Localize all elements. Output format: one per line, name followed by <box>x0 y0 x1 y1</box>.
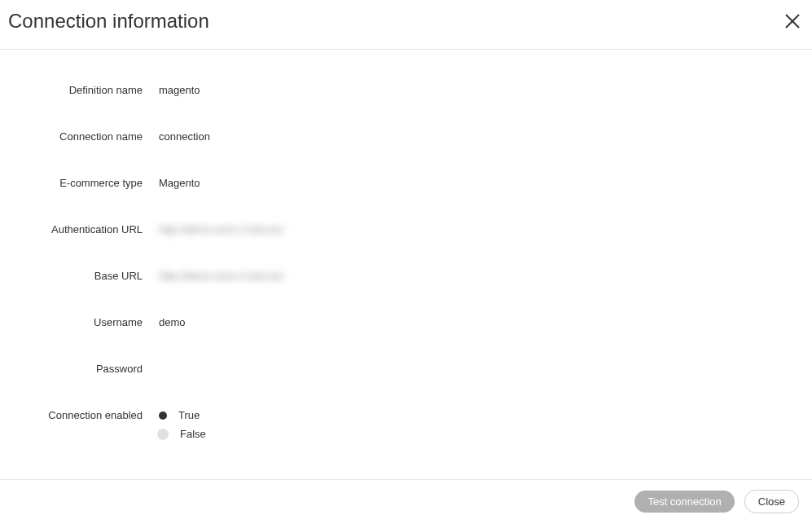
radio-dot-selected-icon <box>159 412 167 420</box>
radio-true-label: True <box>178 409 200 421</box>
dialog-footer: Test connection Close <box>0 479 812 515</box>
field-definition-name: Definition name magento <box>0 82 812 96</box>
radio-group-connection-enabled: True False <box>159 409 206 440</box>
value-base-url: http://demo-eurn-2.test.eu/ <box>159 268 283 282</box>
radio-false[interactable]: False <box>159 428 206 440</box>
value-definition-name: magento <box>159 82 200 96</box>
radio-dot-unselected-icon <box>157 429 169 440</box>
label-username: Username <box>0 315 159 328</box>
value-connection-enabled: True False <box>159 407 206 440</box>
page-title: Connection information <box>8 10 209 33</box>
label-ecommerce-type: E-commerce type <box>0 175 159 189</box>
label-connection-name: Connection name <box>0 129 159 143</box>
dialog-header: Connection information <box>0 0 812 50</box>
field-base-url: Base URL http://demo-eurn-2.test.eu/ <box>0 268 812 282</box>
field-password: Password <box>0 361 812 375</box>
form-content: Definition name magento Connection name … <box>0 50 812 440</box>
field-authentication-url: Authentication URL http://demo-eurn-2.te… <box>0 222 812 235</box>
field-ecommerce-type: E-commerce type Magento <box>0 175 812 189</box>
test-connection-button[interactable]: Test connection <box>634 491 734 513</box>
close-button[interactable]: Close <box>744 490 799 513</box>
radio-true[interactable]: True <box>159 409 206 421</box>
value-ecommerce-type: Magento <box>159 175 200 189</box>
value-connection-name: connection <box>159 129 210 143</box>
label-base-url: Base URL <box>0 268 159 282</box>
label-definition-name: Definition name <box>0 82 159 96</box>
label-authentication-url: Authentication URL <box>0 222 159 235</box>
field-connection-enabled: Connection enabled True False <box>0 407 812 440</box>
value-username: demo <box>159 315 186 328</box>
label-password: Password <box>0 361 159 375</box>
field-connection-name: Connection name connection <box>0 129 812 143</box>
radio-false-label: False <box>180 428 206 440</box>
field-username: Username demo <box>0 315 812 328</box>
label-connection-enabled: Connection enabled <box>0 407 159 421</box>
value-authentication-url: http://demo-eurn-2.test.eu/ <box>159 222 283 235</box>
close-icon[interactable] <box>781 10 804 33</box>
